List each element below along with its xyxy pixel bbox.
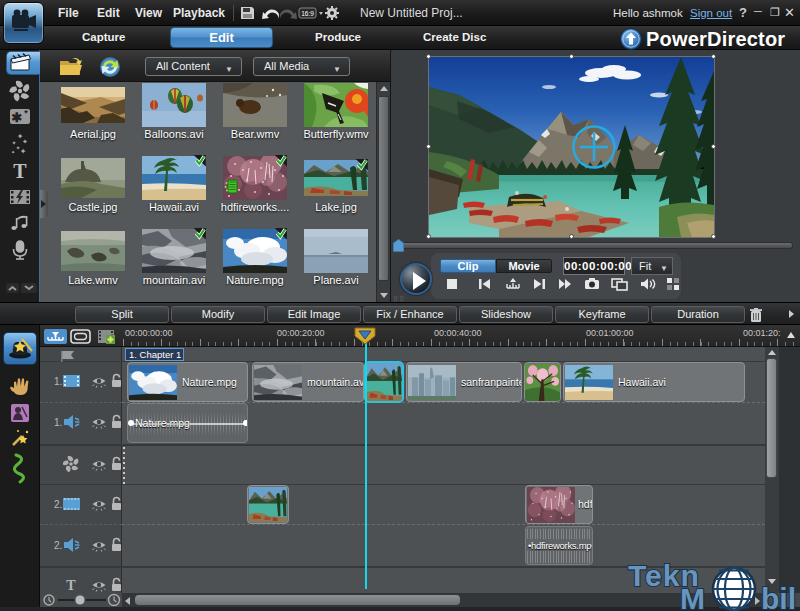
svg-text:*: * xyxy=(24,108,28,118)
svg-text:T: T xyxy=(13,160,27,182)
svg-text:bil: bil xyxy=(761,582,796,611)
svg-text:T: T xyxy=(66,578,76,593)
svg-text:✦: ✦ xyxy=(11,149,15,155)
svg-text:✱: ✱ xyxy=(12,110,23,125)
svg-text:M: M xyxy=(680,582,705,611)
svg-text:✦: ✦ xyxy=(20,147,27,156)
svg-text:✦: ✦ xyxy=(22,138,28,145)
svg-text:16:9: 16:9 xyxy=(301,10,314,17)
